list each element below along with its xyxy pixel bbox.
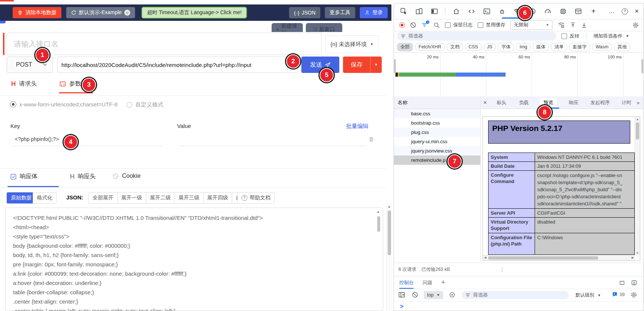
- network-filter-input[interactable]: 筛选器: [397, 32, 556, 41]
- request-row-jquery-ui-css[interactable]: jquery-ui.min.css: [394, 137, 480, 146]
- network-settings-gear-icon[interactable]: [632, 22, 639, 28]
- console-sidebar-icon[interactable]: [398, 292, 405, 298]
- tab-issues[interactable]: 问题: [423, 279, 432, 286]
- tab-cookie[interactable]: Cookie: [112, 173, 141, 179]
- console-messages-indicator[interactable]: 39: [612, 292, 625, 297]
- export-har-icon[interactable]: [581, 22, 587, 28]
- help-doc-button[interactable]: ? 帮助文档: [237, 192, 275, 203]
- request-row-plug-css[interactable]: plug.css: [394, 128, 480, 137]
- app-scrollbar-thumb[interactable]: [388, 211, 391, 255]
- expand-level4-button[interactable]: 展开四级: [204, 192, 232, 203]
- detail-tab-payload[interactable]: 负载: [519, 96, 529, 109]
- scroll-down-icon[interactable]: ▼: [635, 252, 640, 255]
- new-window-button-clipped[interactable]: ❐新窗口: [306, 23, 342, 32]
- record-icon[interactable]: [399, 22, 405, 28]
- chip-other[interactable]: 其他: [614, 43, 630, 51]
- dock-drawer-icon[interactable]: [619, 280, 625, 286]
- debugger-bug-icon[interactable]: [497, 8, 506, 15]
- name-column-header[interactable]: 名称: [398, 96, 407, 109]
- json-tool-button[interactable]: {··} JSON: [289, 7, 320, 18]
- chip-media[interactable]: 媒体: [533, 43, 549, 51]
- url-input[interactable]: http://localhost/2020CodeAudit/C5/includ…: [57, 57, 298, 73]
- more-tabs-chevron-icon[interactable]: »: [637, 96, 640, 109]
- network-conditions-icon[interactable]: [558, 22, 565, 28]
- context-selector[interactable]: top ▼: [424, 291, 443, 299]
- timeline-right-handle[interactable]: [641, 59, 643, 73]
- chip-font[interactable]: 字体: [498, 43, 514, 51]
- preview-vertical-scrollbar[interactable]: ▲ ▼: [635, 117, 640, 256]
- dock-side-icon[interactable]: [430, 8, 439, 15]
- batch-edit-link[interactable]: 批量编辑: [346, 123, 368, 130]
- gauge-icon[interactable]: [543, 8, 552, 15]
- more-tools-button[interactable]: 更多工具: [325, 7, 355, 18]
- chip-socket[interactable]: 套接字: [569, 43, 590, 51]
- chip-js[interactable]: JS: [484, 43, 496, 51]
- chip-doc[interactable]: 文档: [447, 43, 463, 51]
- send-button[interactable]: 发送: [301, 57, 339, 73]
- console-filter-input[interactable]: 筛选器: [462, 291, 569, 299]
- clear-local-data-button[interactable]: 清除本地数据: [13, 7, 61, 18]
- throttling-select[interactable]: 无限制▼: [510, 20, 552, 30]
- tab-console[interactable]: 控制台: [399, 279, 414, 286]
- log-level-dropdown[interactable]: 默认级别 ▼: [576, 292, 601, 298]
- request-row-remoteinclude-selected[interactable]: remoteinclude.p...: [394, 156, 480, 165]
- save-button[interactable]: 保存 ▼: [343, 57, 382, 73]
- detail-tab-initiator[interactable]: 发起程序: [590, 96, 610, 109]
- preserve-log-option[interactable]: 保留日志: [445, 22, 472, 28]
- request-row-bootstrap-css[interactable]: bootstrap.css: [394, 118, 480, 128]
- tab-params[interactable]: 参数: [60, 80, 81, 88]
- invert-checkbox[interactable]: [561, 33, 567, 39]
- detail-tab-timing[interactable]: 计时: [622, 96, 631, 109]
- scroll-up-icon[interactable]: ▲: [635, 117, 640, 121]
- disable-cache-option[interactable]: 禁用缓存: [478, 22, 505, 28]
- console-settings-gear-icon[interactable]: [631, 292, 637, 298]
- memory-chip-icon[interactable]: [558, 8, 567, 15]
- chip-css[interactable]: CSS: [465, 43, 481, 51]
- request-row-base-css[interactable]: base.css: [394, 109, 480, 118]
- chip-img[interactable]: Img: [516, 43, 531, 51]
- console-tab-icon[interactable]: [482, 8, 491, 15]
- expand-level1-button[interactable]: 展开一级: [118, 192, 146, 203]
- filter-active-icon[interactable]: ×: [422, 22, 428, 28]
- chip-all[interactable]: 全部: [397, 43, 413, 51]
- preview-horizontal-scrollbar[interactable]: ◀ ▶: [483, 255, 635, 260]
- scroll-left-icon[interactable]: ◀: [484, 256, 486, 259]
- expand-drawer-icon[interactable]: [631, 280, 637, 286]
- inspect-icon[interactable]: [399, 8, 408, 15]
- key-input[interactable]: <?php phpinfo();?>: [15, 136, 59, 142]
- detail-tab-headers[interactable]: 标头: [497, 96, 506, 109]
- delete-row-icon[interactable]: [368, 136, 374, 142]
- elements-code-icon[interactable]: [467, 8, 476, 15]
- chip-manifest[interactable]: 清单: [551, 43, 567, 51]
- api-name-input[interactable]: 请输入接口名: [7, 33, 321, 55]
- expand-level3-button[interactable]: 展开三级: [175, 192, 204, 203]
- expand-all-button[interactable]: 全部展开: [89, 192, 118, 203]
- import-har-icon[interactable]: [570, 22, 576, 28]
- timeline-left-handle[interactable]: [394, 59, 396, 73]
- network-timeline-overview[interactable]: 20 ms 40 ms 60 ms 80 ms 100 ms: [394, 52, 643, 97]
- home-icon[interactable]: [452, 8, 461, 15]
- preserve-log-checkbox[interactable]: [445, 22, 451, 28]
- more-filters-dropdown[interactable]: 增加筛选条件▼: [593, 33, 629, 39]
- chip-fetch-xhr[interactable]: Fetch/XHR: [415, 43, 445, 51]
- console-prompt-icon[interactable]: >: [400, 303, 403, 310]
- format-button[interactable]: 格式化: [33, 192, 57, 203]
- environment-selector[interactable]: {n} 未选择环境 ▼: [325, 35, 379, 53]
- raw-data-button[interactable]: 原始数据: [7, 192, 36, 203]
- preview-vscroll-thumb[interactable]: [636, 122, 639, 140]
- live-expression-eye-icon[interactable]: [449, 292, 455, 298]
- device-toolbar-icon[interactable]: [414, 8, 423, 15]
- scroll-right-icon[interactable]: ▶: [632, 256, 634, 259]
- invert-option[interactable]: 反转: [561, 33, 579, 39]
- clear-console-icon[interactable]: [412, 292, 418, 298]
- request-row-jsonview-css[interactable]: jquery.jsonview.css: [394, 146, 480, 156]
- close-devtools-icon[interactable]: ×: [635, 7, 639, 15]
- disable-cache-checkbox[interactable]: [478, 22, 483, 28]
- help-icon[interactable]: ?: [622, 8, 628, 15]
- search-icon[interactable]: [433, 22, 440, 28]
- response-body-panel[interactable]: <!DOCTYPE html PUBLIC "-//W3C//DTD XHTML…: [5, 208, 383, 311]
- expand-level2-button[interactable]: 展开二级: [146, 192, 175, 203]
- close-detail-icon[interactable]: ×: [483, 96, 487, 109]
- response-scrollbar-thumb[interactable]: [377, 216, 380, 232]
- chip-wasm[interactable]: Wasm: [592, 43, 612, 51]
